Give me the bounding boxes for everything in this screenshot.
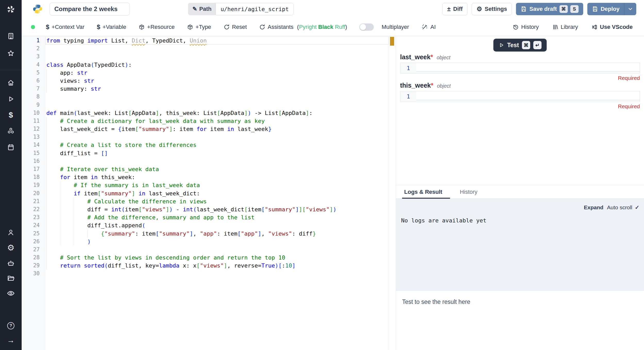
code-line[interactable]: 29 return sorted(diff_list, key=lambda x… [22, 262, 389, 270]
sidebar-item-variables[interactable]: $ [9, 111, 13, 119]
line-number: 21 [22, 197, 45, 205]
code-line[interactable]: 4class AppData(TypedDict): [22, 61, 389, 69]
code-editor[interactable]: 1from typing import List, Dict, TypedDic… [22, 36, 389, 350]
code-line[interactable]: 5 app: str [22, 69, 389, 77]
use-vscode-button[interactable]: Use VScode [591, 24, 633, 30]
add-type-button[interactable]: +Type [187, 24, 211, 30]
tab-logs-result[interactable]: Logs & Result [403, 185, 443, 198]
sidebar-collapse-button[interactable]: → [7, 336, 15, 345]
header-bar: Compare the 2 weeks ✎ Path u/henri/agile… [22, 0, 644, 18]
script-title-input[interactable]: Compare the 2 weeks [49, 3, 130, 15]
sidebar-item-schedules[interactable] [7, 144, 14, 151]
arg-input-field[interactable] [416, 63, 640, 73]
add-resource-button[interactable]: +Resource [139, 24, 175, 30]
library-button[interactable]: Library [552, 24, 578, 30]
code-line[interactable]: 17 # Iterate over this_week data [22, 165, 389, 173]
history-button[interactable]: History [513, 24, 539, 30]
enter-key-badge: ↵ [533, 41, 541, 49]
refresh-icon [259, 24, 265, 30]
sidebar-item-home[interactable] [7, 79, 14, 86]
line-number: 12 [22, 125, 45, 133]
save-draft-button[interactable]: Save draft ⌘ S [516, 3, 583, 15]
code-line[interactable]: 9 [22, 101, 389, 109]
code-line[interactable]: 26 ) [22, 238, 389, 246]
deploy-button[interactable]: Deploy [587, 3, 636, 15]
code-line[interactable]: 14 # Create a list to store the differen… [22, 141, 389, 149]
chevron-down-icon[interactable] [628, 6, 633, 12]
refresh-icon [224, 24, 230, 30]
code-line[interactable]: 6 views: str [22, 77, 389, 85]
sidebar-item-favorites[interactable] [7, 50, 14, 57]
path-value[interactable]: u/henri/agile_script [216, 3, 294, 15]
code-line[interactable]: 19 # If the summary is in last_week data [22, 181, 389, 189]
code-line[interactable]: 24 diff_list.append( [22, 221, 389, 229]
sidebar-item-folders[interactable] [7, 274, 15, 282]
code-text: {"summary": item["summary"], "app": item… [45, 230, 389, 238]
code-line[interactable]: 12 last_week_dict = {item["summary"]: it… [22, 125, 389, 133]
line-number: 16 [22, 157, 45, 165]
test-button[interactable]: Test ⌘ ↵ [493, 39, 547, 52]
line-number: 17 [22, 165, 45, 173]
expand-button[interactable]: Expand [584, 204, 603, 211]
line-number: 8 [22, 93, 45, 101]
line-number: 5 [22, 69, 45, 77]
code-line[interactable]: 28 # Sort the list by views in descendin… [22, 254, 389, 262]
code-line[interactable]: 3 [22, 53, 389, 61]
settings-button[interactable]: ⚙ Settings [472, 3, 512, 15]
sidebar-item-resources[interactable] [7, 127, 15, 135]
sidebar-item-help[interactable]: ? [7, 322, 14, 329]
code-text [45, 45, 389, 53]
code-text: # Calculate the difference in views [45, 197, 389, 205]
reset-button[interactable]: Reset [224, 24, 247, 30]
code-line[interactable]: 25 {"summary": item["summary"], "app": i… [22, 230, 389, 238]
code-line[interactable]: 8 [22, 93, 389, 101]
code-text [45, 270, 389, 278]
code-line[interactable]: 13 [22, 133, 389, 141]
line-number: 18 [22, 173, 45, 181]
code-line[interactable]: 27 [22, 246, 389, 254]
sidebar-item-settings[interactable]: ⚙ [7, 243, 15, 253]
line-number: 9 [22, 101, 45, 109]
windmill-logo-icon[interactable] [6, 4, 16, 14]
code-line[interactable]: 30 [22, 270, 389, 278]
package-icon [139, 24, 145, 30]
status-dot [31, 25, 35, 29]
sidebar-item-audit-logs[interactable] [7, 289, 15, 297]
sidebar-item-workspace[interactable] [7, 32, 14, 40]
editor-overview-ruler[interactable] [389, 36, 396, 350]
code-line[interactable]: 2 [22, 45, 389, 53]
required-asterisk: * [431, 82, 434, 89]
code-line[interactable]: 16 [22, 157, 389, 165]
diff-button[interactable]: ± Diff [442, 3, 468, 15]
add-context-var-button[interactable]: $ +Context Var [46, 23, 84, 31]
code-line[interactable]: 21 # Calculate the difference in views [22, 197, 389, 205]
line-number: 22 [22, 205, 45, 213]
arg-input-this-week[interactable]: 1 [400, 91, 640, 102]
code-line[interactable]: 15 diff_list = [] [22, 149, 389, 157]
edit-path-button[interactable]: ✎ Path [188, 3, 216, 15]
code-line[interactable]: 20 if item["summary"] in last_week_dict: [22, 189, 389, 197]
multiplayer-toggle[interactable] [359, 23, 374, 31]
autoscroll-toggle[interactable]: Auto scroll ✓ [607, 204, 639, 211]
arg-input-last-week[interactable]: 1 [400, 63, 640, 73]
sidebar-item-runs[interactable] [7, 95, 14, 103]
code-line[interactable]: 18 for item in this_week: [22, 173, 389, 181]
line-number: 29 [22, 262, 45, 270]
code-line[interactable]: 22 diff = int(item["views"]) - int(last_… [22, 205, 389, 213]
add-variable-button[interactable]: $ +Variable [97, 23, 126, 31]
line-number: 7 [22, 85, 45, 93]
code-line[interactable]: 1from typing import List, Dict, TypedDic… [22, 37, 389, 45]
code-line[interactable]: 10def main(last_week: List[AppData], thi… [22, 109, 389, 117]
sidebar-item-workers[interactable] [7, 259, 15, 267]
code-line[interactable]: 11 # Create a dictionary for last_week d… [22, 117, 389, 125]
magic-wand-icon [421, 24, 428, 30]
code-line[interactable]: 7 summary: str [22, 85, 389, 93]
code-line[interactable]: 23 # Add the difference, summary and app… [22, 213, 389, 221]
tab-history[interactable]: History [459, 185, 478, 198]
arg-input-field[interactable] [416, 91, 640, 102]
sidebar-item-users[interactable] [7, 229, 14, 236]
assistants-button[interactable]: Assistants [259, 24, 293, 30]
ai-button[interactable]: AI [421, 24, 436, 30]
line-number: 20 [22, 189, 45, 197]
code-text: diff_list.append( [45, 221, 389, 229]
